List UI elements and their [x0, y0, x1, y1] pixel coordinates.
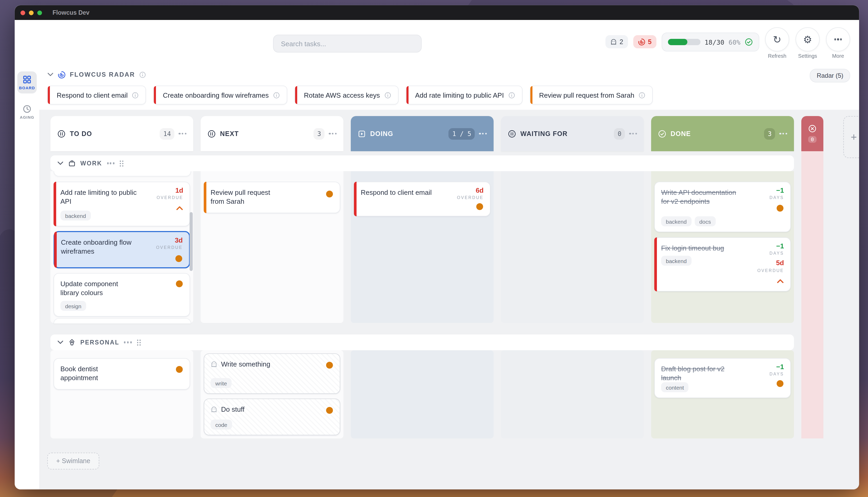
- priority-up-icon[interactable]: [176, 206, 183, 211]
- column-menu-button[interactable]: [629, 133, 637, 134]
- radar-chip[interactable]: Review pull request from Sarah: [529, 86, 653, 104]
- radar-chip-label: Create onboarding flow wireframes: [163, 91, 269, 99]
- priority-up-icon[interactable]: [777, 279, 784, 284]
- days-value: −1: [776, 187, 784, 195]
- column-label: TO DO: [70, 130, 92, 137]
- close-window-button[interactable]: [20, 10, 25, 15]
- minimize-window-button[interactable]: [29, 10, 33, 15]
- radar-icon: [638, 38, 645, 45]
- progress-bar-fill: [668, 39, 687, 45]
- lane-column-area: [501, 350, 644, 438]
- task-card[interactable]: Review pull request from Sarah: [204, 182, 340, 213]
- radar-header: FLOWCUS RADAR: [39, 64, 859, 80]
- task-card[interactable]: Fix login timeout bug −1 DAYS 5d OVERDUE…: [654, 237, 791, 292]
- column-label: NEXT: [220, 130, 239, 137]
- briefcase-icon: [68, 160, 76, 167]
- info-icon[interactable]: [639, 91, 645, 98]
- status-dot: [777, 380, 783, 387]
- settings-button[interactable]: ⚙ Settings: [795, 27, 820, 59]
- column-count: 0: [614, 128, 625, 139]
- task-tag: content: [661, 382, 689, 392]
- swimlane-menu-button[interactable]: [124, 342, 132, 343]
- ghost-icon: [610, 38, 617, 45]
- play-square-icon: [358, 129, 366, 138]
- column-menu-button[interactable]: [329, 133, 337, 134]
- column-header-next: NEXT 3: [201, 116, 343, 151]
- sidebar-item-aging[interactable]: AGING: [17, 101, 37, 123]
- task-card-selected[interactable]: Create onboarding flow wireframes 3d OVE…: [54, 231, 190, 268]
- column-header-waiting-for: WAITING FOR 0: [501, 116, 644, 151]
- radar-chip[interactable]: Create onboarding flow wireframes: [153, 86, 287, 104]
- column-scrollbar-thumb[interactable]: [189, 212, 193, 271]
- progress-pill: 18/30 60%: [661, 32, 759, 52]
- status-dot: [326, 362, 333, 369]
- days-value: −1: [776, 364, 784, 371]
- task-card[interactable]: Draft blog post for v2 launch −1 DAYS co…: [654, 358, 791, 398]
- pause-circle-icon: [57, 129, 66, 138]
- column-count: 14: [160, 128, 175, 139]
- task-card-ghost[interactable]: Write something write: [204, 353, 340, 394]
- task-card[interactable]: Update component library colours design: [54, 273, 190, 317]
- due-value: 3d: [175, 237, 183, 244]
- column-label: WAITING FOR: [521, 130, 568, 137]
- info-icon[interactable]: [139, 71, 146, 78]
- days-label: DAYS: [770, 251, 784, 256]
- task-card[interactable]: Book dentist appointment: [54, 358, 190, 389]
- radar-chips: Respond to client email Create onboardin…: [39, 80, 859, 104]
- sidebar-board-label: BOARD: [19, 86, 35, 90]
- search-input[interactable]: [273, 35, 422, 53]
- column-menu-button[interactable]: [479, 133, 487, 134]
- sidebar: BOARD AGING: [15, 64, 40, 489]
- refresh-label: Refresh: [768, 53, 786, 59]
- ghost-count-badge[interactable]: 2: [606, 35, 628, 48]
- check-badge-icon: [658, 129, 666, 138]
- drag-handle-icon[interactable]: [119, 160, 124, 167]
- column-menu-button[interactable]: [179, 133, 186, 134]
- column-count: 0: [808, 136, 816, 143]
- days-value: −1: [776, 243, 784, 250]
- status-dot: [175, 255, 182, 262]
- info-icon[interactable]: [132, 91, 139, 98]
- column-menu-button[interactable]: [780, 133, 787, 134]
- sidebar-aging-label: AGING: [20, 115, 34, 120]
- drag-handle-icon[interactable]: [137, 339, 141, 346]
- task-card[interactable]: Respond to client email 6d OVERDUE: [354, 182, 490, 216]
- app-window: Flowcus Dev 2 5 18/30 60%: [15, 5, 859, 489]
- status-dot: [326, 407, 333, 414]
- info-icon[interactable]: [508, 91, 515, 98]
- days-label: DAYS: [770, 371, 784, 377]
- info-icon[interactable]: [273, 91, 280, 98]
- refresh-button[interactable]: ↻ Refresh: [765, 27, 790, 59]
- swimlane-menu-button[interactable]: [107, 162, 114, 164]
- task-card[interactable]: Add rate limiting to public API 1d OVERD…: [54, 182, 190, 226]
- zoom-window-button[interactable]: [37, 10, 42, 15]
- chevron-down-icon[interactable]: [57, 340, 63, 344]
- chevron-down-icon[interactable]: [57, 161, 63, 166]
- radar-icon: [58, 71, 66, 79]
- task-title: Add rate limiting to public API: [60, 188, 139, 206]
- add-swimlane-button[interactable]: + Swimlane: [47, 453, 99, 469]
- radar-chip[interactable]: Rotate AWS access keys: [295, 86, 399, 104]
- radar-chip[interactable]: Respond to client email: [47, 86, 146, 104]
- column-header-done: DONE 3: [651, 116, 794, 151]
- radar-count-badge[interactable]: 5: [633, 35, 656, 48]
- task-title: Update component library colours: [60, 279, 131, 297]
- ghost-icon: [211, 361, 217, 368]
- add-column-button[interactable]: +: [843, 116, 859, 158]
- info-icon[interactable]: [384, 91, 391, 98]
- more-button[interactable]: More: [825, 27, 851, 59]
- task-title: Fix login timeout bug: [661, 244, 749, 253]
- chevron-down-icon[interactable]: [47, 72, 54, 77]
- status-dot: [476, 203, 483, 210]
- due-label: OVERDUE: [156, 195, 183, 201]
- swimlane-label: WORK: [80, 160, 102, 167]
- task-card-ghost[interactable]: Do stuff code: [204, 399, 340, 435]
- partial-task-card[interactable]: [54, 318, 191, 324]
- sidebar-item-board[interactable]: BOARD: [17, 71, 37, 94]
- clock-icon: [23, 104, 31, 113]
- task-card[interactable]: Write API documentation for v2 endpoints…: [654, 182, 791, 232]
- task-tag: backend: [661, 216, 691, 226]
- radar-chip-label: Add rate limiting to public API: [415, 91, 504, 99]
- partial-task-card[interactable]: [54, 171, 191, 176]
- radar-chip[interactable]: Add rate limiting to public API: [405, 86, 522, 104]
